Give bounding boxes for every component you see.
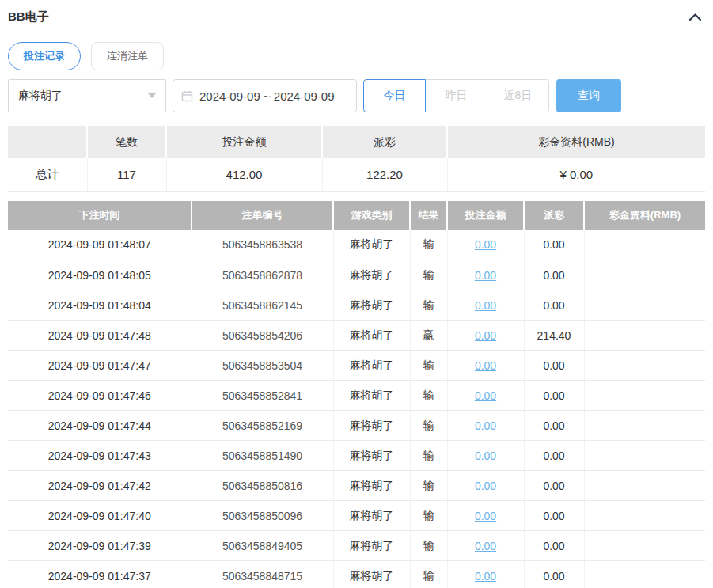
summary-total-label: 总计: [8, 158, 87, 191]
payout-cell: 0.00: [524, 230, 584, 260]
bet-amount-cell: 0.00: [447, 381, 524, 411]
table-row: 2024-09-09 01:47:48 5063458854206 麻将胡了 赢…: [8, 321, 705, 351]
filters-bar: 麻将胡了 2024-09-09 ~ 2024-09-09 今日 昨日 近8日 查…: [8, 79, 705, 112]
bet-amount-cell: 0.00: [447, 230, 524, 260]
records-header-payout: 派彩: [524, 201, 584, 230]
order-id-cell: 5063458849405: [192, 531, 333, 561]
summary-total-row: 总计 117 412.00 122.20 ¥ 0.00: [8, 158, 705, 191]
order-id-cell: 5063458850096: [192, 501, 333, 531]
bet-amount-link[interactable]: 0.00: [475, 450, 496, 462]
query-button[interactable]: 查询: [556, 79, 621, 112]
bet-amount-link[interactable]: 0.00: [475, 269, 496, 282]
bet-amount-cell: 0.00: [447, 411, 524, 441]
bet-amount-cell: 0.00: [447, 471, 524, 501]
result-cell: 输: [410, 351, 447, 381]
summary-header-blank: [8, 126, 87, 158]
records-header-result: 结果: [410, 201, 447, 230]
result-cell: 赢: [410, 321, 447, 351]
bet-amount-cell: 0.00: [447, 531, 524, 561]
bet-amount-link[interactable]: 0.00: [475, 329, 496, 342]
tabs-bar: 投注记录 连消注单: [8, 42, 705, 70]
result-cell: 输: [410, 381, 447, 411]
bet-amount-link[interactable]: 0.00: [475, 359, 496, 372]
quick-date-button-group: 今日 昨日 近8日: [363, 79, 549, 112]
game-type-cell: 麻将胡了: [333, 351, 410, 381]
records-tbody: 2024-09-09 01:48:07 5063458863538 麻将胡了 输…: [8, 230, 705, 588]
bonus-cell: [584, 290, 705, 321]
bet-amount-cell: 0.00: [447, 501, 524, 531]
bet-amount-link[interactable]: 0.00: [475, 480, 496, 492]
table-row: 2024-09-09 01:48:07 5063458863538 麻将胡了 输…: [8, 230, 705, 260]
summary-total-bonus: ¥ 0.00: [447, 158, 705, 191]
result-cell: 输: [410, 230, 447, 260]
payout-cell: 0.00: [524, 351, 584, 381]
result-cell: 输: [410, 260, 447, 290]
bonus-cell: [584, 260, 705, 290]
game-type-cell: 麻将胡了: [333, 321, 410, 351]
payout-cell: 214.40: [524, 321, 584, 351]
last-8-days-button[interactable]: 近8日: [487, 79, 549, 112]
bonus-cell: [584, 411, 705, 441]
bonus-cell: [584, 471, 705, 501]
result-cell: 输: [410, 411, 447, 441]
bet-amount-link[interactable]: 0.00: [475, 510, 496, 522]
table-row: 2024-09-09 01:48:04 5063458862145 麻将胡了 输…: [8, 290, 705, 321]
payout-cell: 0.00: [524, 531, 584, 561]
date-range-value: 2024-09-09 ~ 2024-09-09: [199, 89, 335, 103]
bet-amount-link[interactable]: 0.00: [475, 299, 496, 312]
game-type-cell: 麻将胡了: [333, 471, 410, 501]
payout-cell: 0.00: [524, 501, 584, 531]
game-type-select-value: 麻将胡了: [18, 89, 63, 103]
date-range-picker[interactable]: 2024-09-09 ~ 2024-09-09: [173, 79, 357, 112]
game-type-cell: 麻将胡了: [333, 561, 410, 588]
order-id-cell: 5063458862145: [192, 290, 333, 321]
order-id-cell: 5063458853504: [192, 351, 333, 381]
caret-down-icon: [148, 93, 156, 98]
today-button[interactable]: 今日: [363, 79, 426, 112]
summary-header-bonus: 彩金资料(RMB): [447, 126, 705, 158]
order-id-cell: 5063458862878: [192, 260, 333, 290]
summary-total-bet-amount: 412.00: [166, 158, 322, 191]
chevron-up-icon: [688, 13, 702, 25]
bet-time-cell: 2024-09-09 01:47:47: [8, 351, 192, 381]
result-cell: 输: [410, 501, 447, 531]
payout-cell: 0.00: [524, 561, 584, 588]
bonus-cell: [584, 351, 705, 381]
records-header-row: 下注时间 注单编号 游戏类别 结果 投注金额 派彩 彩金资料(RMB): [8, 201, 705, 230]
bet-time-cell: 2024-09-09 01:48:04: [8, 290, 192, 321]
summary-header-count: 笔数: [87, 126, 166, 158]
records-header-game-type: 游戏类别: [333, 201, 410, 230]
yesterday-button[interactable]: 昨日: [425, 79, 487, 112]
result-cell: 输: [410, 531, 447, 561]
bet-amount-cell: 0.00: [447, 321, 524, 351]
tab-cancelled-orders[interactable]: 连消注单: [91, 42, 164, 70]
bet-amount-link[interactable]: 0.00: [475, 419, 496, 432]
bet-amount-cell: 0.00: [447, 561, 524, 588]
order-id-cell: 5063458854206: [192, 321, 333, 351]
order-id-cell: 5063458851490: [192, 441, 333, 471]
table-row: 2024-09-09 01:47:42 5063458850816 麻将胡了 输…: [8, 471, 705, 501]
betting-records-panel: BB电子 投注记录 连消注单 麻将胡了: [0, 0, 713, 588]
bonus-cell: [584, 501, 705, 531]
panel-header: BB电子: [8, 9, 705, 25]
bonus-cell: [584, 561, 705, 588]
result-cell: 输: [410, 290, 447, 321]
summary-header-payout: 派彩: [322, 126, 447, 158]
payout-cell: 0.00: [524, 441, 584, 471]
tab-betting-records[interactable]: 投注记录: [8, 42, 81, 70]
bonus-cell: [584, 321, 705, 351]
records-header-order-id: 注单编号: [192, 201, 333, 230]
payout-cell: 0.00: [524, 411, 584, 441]
bet-time-cell: 2024-09-09 01:47:37: [8, 561, 192, 588]
bonus-cell: [584, 441, 705, 471]
game-type-cell: 麻将胡了: [333, 411, 410, 441]
bet-amount-link[interactable]: 0.00: [475, 570, 496, 582]
summary-table: 笔数 投注金额 派彩 彩金资料(RMB) 总计 117 412.00 122.2…: [8, 126, 705, 192]
summary-total-payout: 122.20: [322, 158, 447, 191]
calendar-icon: [181, 90, 193, 102]
bet-amount-link[interactable]: 0.00: [475, 389, 496, 402]
bet-amount-link[interactable]: 0.00: [475, 238, 496, 251]
game-type-select[interactable]: 麻将胡了: [8, 79, 166, 112]
collapse-panel-button[interactable]: [685, 10, 705, 25]
bet-amount-link[interactable]: 0.00: [475, 540, 496, 552]
